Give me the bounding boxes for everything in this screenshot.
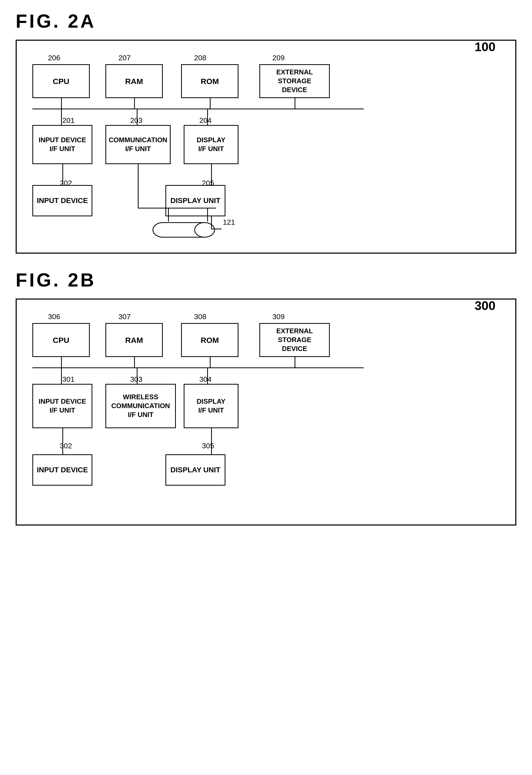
ref-305: 305	[202, 442, 214, 450]
wireless-if-block: WIRELESSCOMMUNICATIONI/F UNIT	[105, 384, 176, 428]
display-if-block: DISPLAYI/F UNIT	[184, 125, 238, 164]
rom-block: ROM	[181, 64, 238, 98]
input-dev-block: INPUT DEVICE	[32, 185, 92, 216]
input-if-block-2b: INPUT DEVICEI/F UNIT	[32, 384, 92, 428]
ref-304: 304	[199, 375, 212, 383]
ref-303: 303	[130, 375, 142, 383]
network-cable	[152, 221, 220, 240]
ref-302: 302	[60, 442, 72, 450]
fig2a-title: FIG. 2A	[16, 10, 516, 32]
ref-208: 208	[194, 54, 206, 62]
ref-201: 201	[62, 116, 75, 125]
ref-308: 308	[194, 312, 206, 321]
ref-203: 203	[130, 116, 142, 125]
input-if-block: INPUT DEVICEI/F UNIT	[32, 125, 92, 164]
ref-206: 206	[48, 54, 60, 62]
cpu-block: CPU	[32, 64, 90, 98]
ref-204: 204	[199, 116, 212, 125]
cable-svg	[152, 221, 220, 239]
display-if-block-2b: DISPLAYI/F UNIT	[184, 384, 238, 428]
ram-block: RAM	[105, 64, 163, 98]
rom-block-2b: ROM	[181, 323, 238, 357]
display-unit-block-2b: DISPLAY UNIT	[165, 454, 225, 486]
ref-306: 306	[48, 312, 60, 321]
fig2b-title: FIG. 2B	[16, 269, 516, 291]
ref-301: 301	[62, 375, 75, 383]
ref-209: 209	[272, 54, 285, 62]
fig2a-container: 206 207 208 209 CPU RAM ROM EXTERNALSTOR…	[16, 40, 516, 254]
ext-block-2b: EXTERNALSTORAGEDEVICE	[259, 323, 330, 357]
cpu-block-2b: CPU	[32, 323, 90, 357]
ram-block-2b: RAM	[105, 323, 163, 357]
ref-307: 307	[118, 312, 131, 321]
ext-block: EXTERNALSTORAGEDEVICE	[259, 64, 330, 98]
comm-if-block: COMMUNICATIONI/F UNIT	[105, 125, 171, 164]
fig2b-container: 306 307 308 309 CPU RAM ROM EXTERNALSTOR…	[16, 298, 516, 526]
ref-121: 121	[223, 218, 235, 226]
ref-207: 207	[118, 54, 131, 62]
ref-309: 309	[272, 312, 285, 321]
input-dev-block-2b: INPUT DEVICE	[32, 454, 92, 486]
display-unit-block: DISPLAY UNIT	[165, 185, 225, 216]
